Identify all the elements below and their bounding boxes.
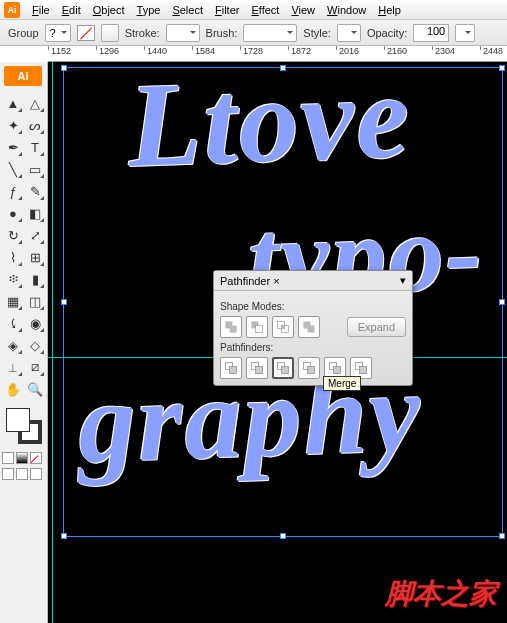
selection-type: Group: [8, 27, 39, 39]
blob-tool[interactable]: ●: [2, 202, 24, 224]
svg-rect-3: [256, 326, 263, 333]
pathfinder-divide[interactable]: [220, 357, 242, 379]
shape-mode-exclude[interactable]: [298, 316, 320, 338]
svg-rect-1: [230, 326, 237, 333]
expand-button[interactable]: Expand: [347, 317, 406, 337]
pathfinder-crop[interactable]: [298, 357, 320, 379]
pathfinder-trim[interactable]: [246, 357, 268, 379]
stroke-weight[interactable]: [166, 24, 200, 42]
rectangle-tool[interactable]: ▭: [24, 158, 46, 180]
eraser-tool[interactable]: ◧: [24, 202, 46, 224]
graph-tool[interactable]: ▮: [24, 268, 46, 290]
live-paint-tool[interactable]: ◈: [2, 334, 24, 356]
tools-panel: Ai ▲△✦ᔕ✒T╲▭ƒ✎●◧↻⤢⌇⊞፨▮▦◫⤹◉◈◇⟂⧄✋🔍: [0, 62, 48, 623]
guide-vertical[interactable]: [52, 62, 53, 623]
blend-tool[interactable]: ◉: [24, 312, 46, 334]
handle[interactable]: [61, 299, 67, 305]
close-tab-icon[interactable]: ×: [273, 275, 279, 287]
pen-tool[interactable]: ✒: [2, 136, 24, 158]
opacity-label: Opacity:: [367, 27, 407, 39]
warp-tool[interactable]: ⌇: [2, 246, 24, 268]
ruler-tick: 2016: [336, 46, 359, 50]
panel-titlebar[interactable]: Pathfinder × ▾: [214, 271, 412, 291]
menu-help[interactable]: Help: [372, 2, 407, 18]
svg-rect-8: [230, 367, 237, 374]
hand-tool[interactable]: ✋: [2, 378, 24, 400]
menu-effect[interactable]: Effect: [245, 2, 285, 18]
direct-select-tool[interactable]: △: [24, 92, 46, 114]
panel-menu-icon[interactable]: ▾: [400, 274, 406, 287]
ruler-horizontal[interactable]: 1152129614401584172818722016216023042448: [48, 46, 507, 62]
handle[interactable]: [61, 65, 67, 71]
magic-wand-tool[interactable]: ✦: [2, 114, 24, 136]
brush-dropdown[interactable]: [243, 24, 297, 42]
svg-rect-10: [256, 367, 263, 374]
mesh-tool[interactable]: ▦: [2, 290, 24, 312]
opacity-dropdown[interactable]: [455, 24, 475, 42]
pencil-tool[interactable]: ✎: [24, 180, 46, 202]
handle[interactable]: [61, 533, 67, 539]
ruler-tick: 1296: [96, 46, 119, 50]
ruler-tick: 1728: [240, 46, 263, 50]
menu-bar: Ai FileEditObjectTypeSelectFilterEffectV…: [0, 0, 507, 20]
pathfinder-merge[interactable]: [272, 357, 294, 379]
handle[interactable]: [499, 533, 505, 539]
menu-file[interactable]: File: [26, 2, 56, 18]
canvas[interactable]: Ltove typo- graphy Pathfinder × ▾ Shape …: [48, 62, 507, 623]
shape-modes-label: Shape Modes:: [220, 301, 406, 312]
svg-rect-18: [360, 367, 367, 374]
control-bar: Group ? Stroke: Brush: Style: Opacity: 1…: [0, 20, 507, 46]
menu-object[interactable]: Object: [87, 2, 131, 18]
panel-title: Pathfinder ×: [220, 275, 280, 287]
ruler-tick: 2160: [384, 46, 407, 50]
pathfinder-panel[interactable]: Pathfinder × ▾ Shape Modes: Expand Pathf…: [213, 270, 413, 386]
color-mode-buttons[interactable]: [0, 450, 47, 466]
lasso-tool[interactable]: ᔕ: [24, 114, 46, 136]
style-label: Style:: [303, 27, 331, 39]
screen-mode-buttons[interactable]: [0, 466, 47, 482]
fill-swatch[interactable]: [77, 25, 95, 41]
menu-filter[interactable]: Filter: [209, 2, 245, 18]
svg-rect-14: [308, 367, 315, 374]
zoom-tool[interactable]: 🔍: [24, 378, 46, 400]
rotate-tool[interactable]: ↻: [2, 224, 24, 246]
shape-mode-unite[interactable]: [220, 316, 242, 338]
svg-rect-12: [282, 367, 289, 374]
ruler-tick: 1584: [192, 46, 215, 50]
ruler-tick: 1152: [48, 46, 71, 50]
slice-tool[interactable]: ⧄: [24, 356, 46, 378]
question-dropdown[interactable]: ?: [45, 24, 71, 42]
opacity-input[interactable]: 100: [413, 24, 449, 42]
menu-window[interactable]: Window: [321, 2, 372, 18]
paintbrush-tool[interactable]: ƒ: [2, 180, 24, 202]
style-dropdown[interactable]: [337, 24, 361, 42]
menu-type[interactable]: Type: [131, 2, 167, 18]
ruler-tick: 2304: [432, 46, 455, 50]
ruler-tick: 1872: [288, 46, 311, 50]
menu-view[interactable]: View: [285, 2, 321, 18]
handle[interactable]: [280, 65, 286, 71]
watermark: 脚本之家: [385, 575, 497, 613]
stroke-swatch[interactable]: [101, 24, 119, 42]
handle[interactable]: [499, 65, 505, 71]
app-icon: Ai: [4, 2, 20, 18]
line-tool[interactable]: ╲: [2, 158, 24, 180]
handle[interactable]: [280, 533, 286, 539]
gradient-tool[interactable]: ◫: [24, 290, 46, 312]
shape-mode-intersect[interactable]: [272, 316, 294, 338]
handle[interactable]: [499, 299, 505, 305]
selection-tool[interactable]: ▲: [2, 92, 24, 114]
symbol-sprayer-tool[interactable]: ፨: [2, 268, 24, 290]
menu-edit[interactable]: Edit: [56, 2, 87, 18]
type-tool[interactable]: T: [24, 136, 46, 158]
tooltip: Merge: [323, 376, 361, 391]
menu-select[interactable]: Select: [166, 2, 209, 18]
fill-stroke-control[interactable]: [4, 406, 44, 446]
eyedropper-tool[interactable]: ⤹: [2, 312, 24, 334]
shape-mode-minus-front[interactable]: [246, 316, 268, 338]
free-transform-tool[interactable]: ⊞: [24, 246, 46, 268]
ruler-tick: 1440: [144, 46, 167, 50]
scale-tool[interactable]: ⤢: [24, 224, 46, 246]
crop-tool[interactable]: ⟂: [2, 356, 24, 378]
live-paint-select-tool[interactable]: ◇: [24, 334, 46, 356]
